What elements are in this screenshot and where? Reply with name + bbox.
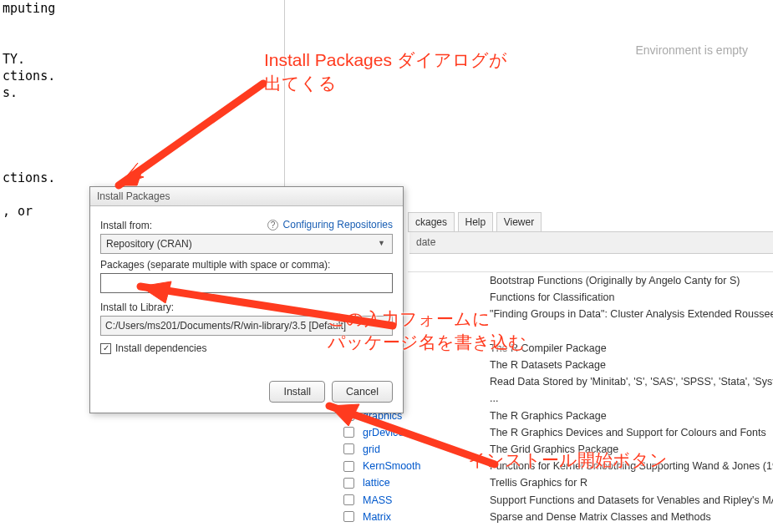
table-row: Functions for Classification	[341, 289, 773, 306]
package-name-link[interactable]: Matrix	[363, 511, 490, 523]
package-description: "Finding Groups in Data": Cluster Analys…	[490, 308, 773, 320]
package-description: The R Graphics Package	[490, 410, 607, 422]
install-from-label: Install from:	[100, 220, 152, 231]
install-button[interactable]: Install	[269, 381, 325, 403]
package-description: Trellis Graphics for R	[490, 477, 587, 489]
table-row: MatrixSparse and Dense Matrix Classes an…	[341, 509, 773, 525]
arrow-1	[109, 75, 276, 192]
panel-divider	[284, 0, 285, 192]
package-description: Support Functions and Datasets for Venab…	[490, 494, 773, 506]
environment-empty-label: Environment is empty	[635, 43, 748, 57]
package-description: Read Data Stored by 'Minitab', 'S', 'SAS…	[490, 376, 773, 388]
table-row: Bootstrap Functions (Originally by Angel…	[341, 272, 773, 289]
package-checkbox[interactable]	[343, 511, 354, 522]
packages-label: Packages (separate multiple with space o…	[100, 259, 393, 271]
arrow-3	[319, 399, 503, 474]
package-description: The R Datasets Package	[490, 359, 606, 371]
package-name-link[interactable]: MASS	[363, 494, 490, 506]
pane-tabs: ckages Help Viewer	[408, 213, 773, 232]
package-description: Bootstrap Functions (Originally by Angel…	[490, 275, 740, 286]
package-description: Sparse and Dense Matrix Classes and Meth…	[490, 511, 711, 523]
tab-packages[interactable]: ckages	[408, 212, 455, 231]
annotation-1: Install Packages ダイアログが 出てくる	[264, 48, 507, 96]
package-checkbox[interactable]	[343, 494, 354, 505]
install-from-select[interactable]: Repository (CRAN)	[100, 234, 393, 254]
arrow-2	[134, 280, 401, 347]
help-icon[interactable]: ?	[267, 220, 278, 231]
packages-header: Description	[408, 254, 773, 272]
table-row: Read Data Stored by 'Minitab', 'S', 'SAS…	[341, 373, 773, 390]
tab-viewer[interactable]: Viewer	[496, 212, 542, 231]
package-description: The R Graphics Devices and Support for C…	[490, 427, 766, 438]
configuring-repositories-link[interactable]: Configuring Repositories	[283, 219, 393, 231]
package-name-link[interactable]: lattice	[363, 477, 490, 489]
package-description: Functions for Classification	[490, 291, 614, 303]
package-checkbox[interactable]	[343, 478, 354, 489]
update-button-fragment[interactable]: date	[416, 236, 435, 248]
packages-toolbar: date	[409, 232, 773, 254]
table-row: The R Datasets Package	[341, 357, 773, 373]
install-dependencies-checkbox[interactable]: ✓	[100, 343, 111, 354]
table-row: MASSSupport Functions and Datasets for V…	[341, 491, 773, 508]
table-row: latticeTrellis Graphics for R	[341, 474, 773, 491]
console-output: mputing TY. ctions. s. ctions. , or	[3, 0, 55, 220]
tab-help[interactable]: Help	[458, 212, 494, 231]
